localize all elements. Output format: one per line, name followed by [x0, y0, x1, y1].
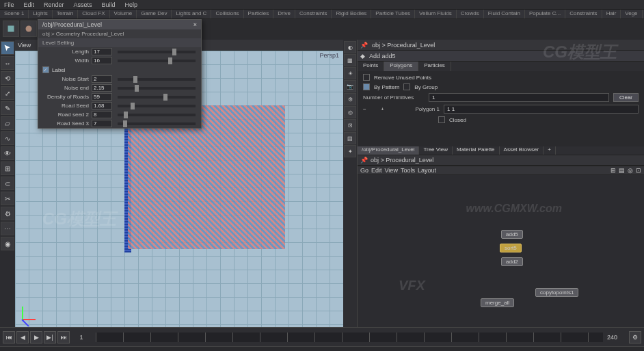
play-button[interactable]: ▶ — [30, 331, 42, 343]
shelf-tab[interactable]: Particle Tubes — [371, 10, 415, 18]
tool-snap[interactable]: ⊞ — [1, 161, 14, 175]
vp-cam-icon[interactable]: 📷 — [344, 80, 356, 92]
network-graph[interactable]: add5 sort5 add2 copytopoints1 merge_all … — [358, 175, 644, 327]
menu-build[interactable]: Build — [102, 1, 116, 8]
network-tab[interactable]: Tree View — [419, 146, 453, 155]
nw-menu-view[interactable]: View — [385, 167, 398, 174]
menu-edit[interactable]: Edit — [24, 1, 35, 8]
tool-magnet[interactable]: ⊂ — [1, 177, 14, 190]
tab-points[interactable]: Points — [358, 62, 384, 71]
nw-menu-go[interactable]: Go — [360, 167, 368, 174]
shelf-tab[interactable]: Lights and C — [172, 10, 211, 18]
tool-more[interactable]: ⋯ — [1, 222, 14, 235]
viewport-persp-label[interactable]: Persp1 — [319, 52, 339, 59]
shelf-tab[interactable]: Particles — [244, 10, 274, 18]
param-noise-start[interactable]: 2 — [92, 75, 112, 83]
tool-eye[interactable]: 👁 — [1, 146, 14, 160]
tool-scale[interactable]: ⤢ — [1, 86, 14, 100]
shelf-tab[interactable]: Terrain — [53, 10, 78, 18]
network-tab[interactable]: /obj/Procedural_Level — [358, 146, 419, 155]
shelf-tab[interactable]: Collisions — [211, 10, 243, 18]
nw-opt-icon[interactable]: ◎ — [628, 167, 633, 174]
param-width[interactable]: 16 — [92, 57, 112, 64]
shelf-tab[interactable]: Rigid Bodies — [332, 10, 371, 18]
nw-menu-tools[interactable]: Tools — [401, 167, 415, 174]
tool-brush[interactable]: ✎ — [1, 101, 14, 115]
nw-menu-layout[interactable]: Layout — [418, 167, 436, 174]
vp-opt-icon[interactable]: ▤ — [344, 132, 356, 144]
first-frame-button[interactable]: ⏮ — [3, 331, 15, 343]
shelf-tab[interactable]: Game Dev — [137, 10, 172, 18]
shelf-tab[interactable]: Volume — [110, 10, 137, 18]
slider[interactable] — [118, 96, 196, 99]
shelf-tab[interactable]: Lights — [29, 10, 52, 18]
slider[interactable] — [118, 78, 196, 81]
slider-width[interactable] — [118, 60, 196, 62]
network-tab[interactable]: Asset Browser — [500, 146, 544, 155]
pin-icon[interactable]: 📌 — [360, 157, 368, 164]
shelf-tab[interactable]: Crowds — [457, 10, 484, 18]
nw-opt-icon[interactable]: ▤ — [619, 167, 625, 174]
prev-frame-button[interactable]: ◀ — [16, 331, 29, 343]
add-tab-button[interactable]: + — [544, 146, 556, 155]
tab-particles[interactable]: Particles — [418, 62, 451, 71]
node-copytopoints[interactable]: copytopoints1 — [535, 288, 578, 297]
param-road-seed[interactable]: 1.68 — [92, 102, 112, 109]
slider[interactable] — [118, 122, 196, 125]
vp-shading-icon[interactable]: ▦ — [344, 54, 356, 66]
input-num-prims[interactable]: 1 — [429, 93, 609, 102]
tool-gear[interactable]: ⚙ — [1, 207, 14, 220]
radio-by-group[interactable] — [403, 83, 410, 90]
tool-more2[interactable]: ◉ — [1, 237, 14, 250]
tool-curve[interactable]: ∿ — [1, 131, 14, 145]
shelf-tab[interactable]: Hair — [602, 10, 621, 18]
node-name-field[interactable]: Add add5 — [369, 53, 396, 60]
vp-opt-icon[interactable]: ◎ — [344, 106, 356, 118]
shelf-tab[interactable]: Fluid Contain — [484, 10, 525, 18]
tool-polygon[interactable]: ▱ — [1, 116, 14, 130]
checkbox-label[interactable]: ✓ — [42, 66, 49, 73]
plus-button[interactable]: + — [381, 106, 394, 112]
slider[interactable] — [118, 87, 196, 90]
menu-assets[interactable]: Assets — [74, 1, 92, 8]
tool-select[interactable] — [1, 41, 14, 55]
network-crumb[interactable]: obj > Procedural_Level — [371, 157, 433, 164]
clear-button[interactable]: Clear — [613, 93, 639, 102]
menu-help[interactable]: Help — [125, 1, 138, 8]
vp-display-icon[interactable]: ◐ — [344, 41, 356, 53]
menu-file[interactable]: File — [4, 1, 14, 8]
vp-opt-icon[interactable]: ⚙ — [344, 93, 356, 105]
node-add2[interactable]: add2 — [501, 257, 523, 266]
tool-rotate[interactable]: ⟲ — [1, 71, 14, 85]
nw-menu-edit[interactable]: Edit — [371, 167, 382, 174]
node-sort[interactable]: sort5 — [500, 244, 522, 252]
checkbox-remove-unused[interactable] — [363, 74, 370, 81]
next-frame-button[interactable]: ▶| — [44, 331, 56, 343]
slider[interactable] — [118, 105, 196, 107]
last-frame-button[interactable]: ⏭ — [57, 331, 70, 343]
tool-move[interactable]: ↔ — [1, 56, 14, 70]
timeline-opt-icon[interactable]: ⚙ — [629, 331, 641, 343]
shelf-tab[interactable]: Scene 1 — [0, 10, 29, 18]
shelf-tab[interactable]: Vellum Fluids — [415, 10, 457, 18]
axis-gizmo[interactable] — [22, 300, 42, 320]
tool-cut[interactable]: ✂ — [1, 192, 14, 205]
network-tab[interactable]: Material Palette — [453, 146, 500, 155]
shelf-icon[interactable] — [3, 21, 19, 37]
node-merge[interactable]: merge_all — [481, 298, 514, 307]
shelf-tab[interactable]: Populate C... — [525, 10, 565, 18]
minus-button[interactable]: − — [363, 106, 377, 112]
slider-length[interactable] — [118, 51, 196, 53]
time-slider[interactable] — [96, 333, 603, 342]
vp-opt-icon[interactable]: ⊡ — [344, 119, 356, 131]
shelf-tab[interactable]: Vege — [621, 10, 642, 18]
close-icon[interactable]: × — [193, 21, 197, 28]
vp-opt-icon[interactable]: ✦ — [344, 145, 356, 157]
nw-opt-icon[interactable]: ⊡ — [636, 167, 641, 174]
param-nav[interactable]: obj > Procedural_Level — [372, 42, 435, 49]
shelf-tab[interactable]: Cloud FX — [78, 10, 109, 18]
param-length[interactable]: 17 — [92, 48, 112, 55]
pin-icon[interactable]: 📌 — [360, 42, 368, 49]
param-noise-end[interactable]: 2.15 — [92, 84, 112, 92]
param-density[interactable]: 59 — [92, 93, 112, 101]
